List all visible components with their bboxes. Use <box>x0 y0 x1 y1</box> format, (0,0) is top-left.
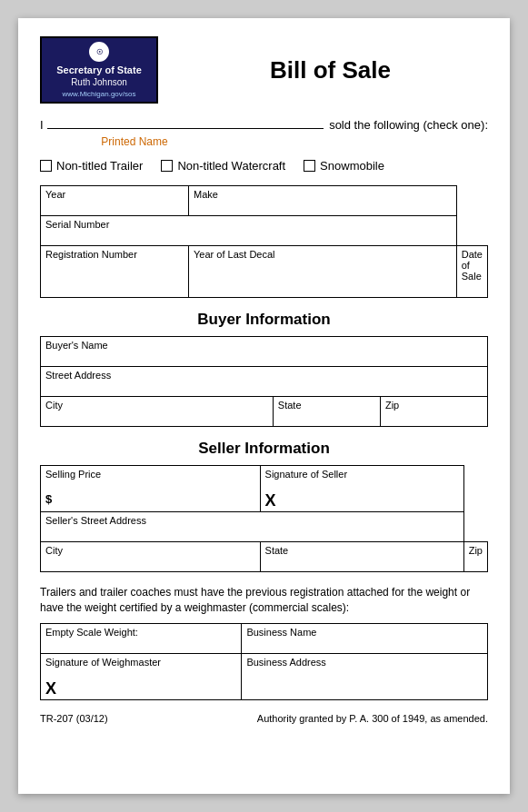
buyer-zip-label: Zip <box>385 400 483 411</box>
empty-scale-weight-label: Empty Scale Weight: <box>45 627 236 638</box>
sos-name: Ruth Johnson <box>71 76 127 88</box>
seller-signature-cell: Signature of Seller X <box>260 466 463 512</box>
printed-name-label: Printed Name <box>53 135 216 148</box>
sold-suffix: sold the following (check one): <box>329 118 488 132</box>
seller-city-cell: City <box>41 542 261 572</box>
serial-number-label: Serial Number <box>45 219 452 230</box>
seal-icon: ☉ <box>89 42 109 62</box>
seller-price-sig-row: Selling Price $ Signature of Seller X <box>41 466 488 512</box>
non-titled-trailer-checkbox[interactable] <box>40 160 52 172</box>
vehicle-type-row: Non-titled Trailer Non-titled Watercraft… <box>40 159 488 173</box>
buyer-city-cell: City <box>41 397 274 427</box>
page-header: ☉ Secretary of State Ruth Johnson www.Mi… <box>40 36 488 104</box>
business-name-label: Business Name <box>246 627 483 638</box>
business-address-label: Business Address <box>246 657 483 668</box>
vehicle-row-2: Serial Number <box>41 216 488 246</box>
buyer-zip-cell: Zip <box>380 397 487 427</box>
non-titled-watercraft-label: Non-titled Watercraft <box>177 159 285 173</box>
registration-number-cell: Registration Number <box>41 246 189 298</box>
year-label: Year <box>45 189 184 200</box>
date-of-sale-cell: Date of Sale <box>456 246 487 298</box>
vehicle-row-1: Year Make <box>41 186 488 216</box>
seller-street-label: Seller's Street Address <box>45 515 459 526</box>
page-footer: TR-207 (03/12) Authority granted by P. A… <box>40 713 488 724</box>
vehicle-row-3: Registration Number Year of Last Decal D… <box>41 246 488 298</box>
seller-zip-cell: Zip <box>463 542 487 572</box>
page-title: Bill of Sale <box>173 56 488 84</box>
vehicle-table: Year Make Serial Number Registration Num… <box>40 185 488 298</box>
printed-name-field[interactable] <box>47 128 324 129</box>
seller-signature-x: X <box>265 491 276 510</box>
non-titled-watercraft-item: Non-titled Watercraft <box>161 159 285 173</box>
sos-logo: ☉ Secretary of State Ruth Johnson www.Mi… <box>40 36 158 104</box>
seller-city-label: City <box>45 545 255 556</box>
seller-state-label: State <box>265 545 459 556</box>
weighmaster-x: X <box>45 679 56 698</box>
business-name-cell: Business Name <box>242 623 488 653</box>
serial-number-cell: Serial Number <box>41 216 457 246</box>
authority-text: Authority granted by P. A. 300 of 1949, … <box>257 713 488 724</box>
non-titled-trailer-item: Non-titled Trailer <box>40 159 143 173</box>
selling-price-cell: Selling Price $ <box>41 466 261 512</box>
non-titled-trailer-label: Non-titled Trailer <box>56 159 143 173</box>
buyer-city-state-zip-row: City State Zip <box>41 397 488 427</box>
seller-table: Selling Price $ Signature of Seller X Se… <box>40 465 488 572</box>
buyer-city-label: City <box>45 400 268 411</box>
make-label: Make <box>194 189 452 200</box>
empty-scale-weight-cell: Empty Scale Weight: <box>41 623 242 653</box>
weight-table: Empty Scale Weight: Business Name Signat… <box>40 623 488 700</box>
buyer-state-label: State <box>278 400 375 411</box>
form-number: TR-207 (03/12) <box>40 713 108 724</box>
weighmaster-sig-cell: Signature of Weighmaster X <box>41 653 242 699</box>
seller-zip-label: Zip <box>469 545 483 556</box>
buyer-address-row: Street Address <box>41 367 488 397</box>
dollar-sign: $ <box>45 492 52 506</box>
make-cell: Make <box>189 186 457 216</box>
selling-price-label: Selling Price <box>45 469 255 480</box>
sold-prefix: I <box>40 118 44 132</box>
seller-state-cell: State <box>260 542 463 572</box>
seller-street-cell: Seller's Street Address <box>41 512 464 542</box>
snowmobile-checkbox[interactable] <box>304 160 315 172</box>
seller-address-row: Seller's Street Address <box>41 512 488 542</box>
buyer-name-row: Buyer's Name <box>41 337 488 367</box>
disclaimer-text: Trailers and trailer coaches must have t… <box>40 585 488 616</box>
registration-number-label: Registration Number <box>45 249 184 260</box>
buyer-state-cell: State <box>273 397 380 427</box>
date-of-sale-label: Date of Sale <box>462 249 483 282</box>
seller-city-state-zip-row: City State Zip <box>41 542 488 572</box>
buyer-name-cell: Buyer's Name <box>41 337 488 367</box>
non-titled-watercraft-checkbox[interactable] <box>161 160 173 172</box>
snowmobile-label: Snowmobile <box>320 159 384 173</box>
year-last-decal-cell: Year of Last Decal <box>189 246 457 298</box>
sos-title: Secretary of State <box>56 64 142 76</box>
buyer-table: Buyer's Name Street Address City State Z… <box>40 336 488 427</box>
buyer-section-heading: Buyer Information <box>40 311 488 329</box>
snowmobile-item: Snowmobile <box>304 159 384 173</box>
weight-row-2: Signature of Weighmaster X Business Addr… <box>41 653 488 699</box>
sold-line: I sold the following (check one): <box>40 118 488 132</box>
sos-website: www.Michigan.gov/sos <box>63 90 136 98</box>
business-address-cell: Business Address <box>242 653 488 699</box>
weighmaster-sig-label: Signature of Weighmaster <box>45 657 236 668</box>
bill-of-sale-page: ☉ Secretary of State Ruth Johnson www.Mi… <box>18 18 510 794</box>
year-last-decal-label: Year of Last Decal <box>194 249 452 260</box>
buyer-street-cell: Street Address <box>41 367 488 397</box>
seller-section-heading: Seller Information <box>40 440 488 458</box>
buyer-street-label: Street Address <box>45 370 483 381</box>
weight-row-1: Empty Scale Weight: Business Name <box>41 623 488 653</box>
buyer-name-label: Buyer's Name <box>45 340 483 351</box>
seller-signature-label: Signature of Seller <box>265 469 459 480</box>
year-cell: Year <box>41 186 189 216</box>
